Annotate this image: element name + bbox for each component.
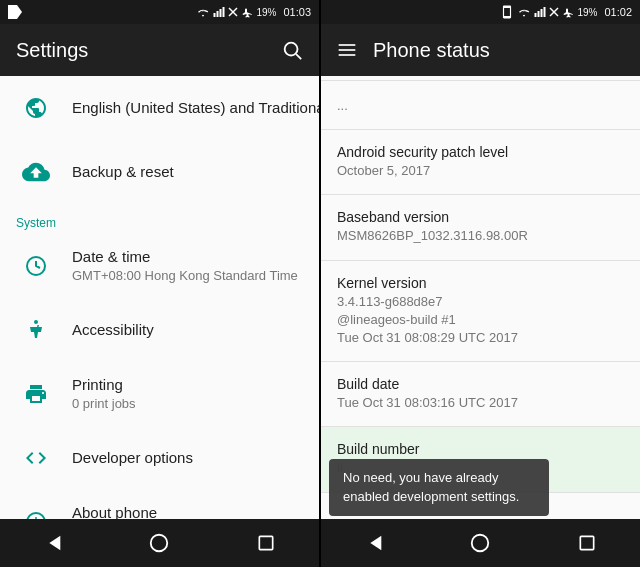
kernel-item: Kernel version 3.4.113-g688d8e7 @lineage… — [321, 261, 640, 363]
svg-point-10 — [34, 320, 38, 324]
developer-text: Developer options — [72, 448, 303, 468]
svg-rect-2 — [217, 11, 219, 17]
left-nav-bar — [0, 519, 319, 567]
info-icon — [24, 510, 48, 519]
about-title: About phone — [72, 503, 303, 519]
print-icon — [24, 382, 48, 406]
developer-title: Developer options — [72, 448, 303, 468]
system-section-header: System — [0, 204, 319, 234]
security-patch-item: Android security patch level October 5, … — [321, 130, 640, 195]
svg-rect-20 — [544, 7, 546, 17]
home-button[interactable] — [135, 519, 183, 567]
clock-icon-wrap — [16, 246, 56, 286]
baseband-value: MSM8626BP_1032.3116.98.00R — [337, 227, 624, 245]
security-patch-value: October 5, 2017 — [337, 162, 624, 180]
svg-rect-19 — [541, 9, 543, 17]
baseband-item: Baseband version MSM8626BP_1032.3116.98.… — [321, 195, 640, 260]
recents-button[interactable] — [242, 519, 290, 567]
right-home-button[interactable] — [456, 519, 504, 567]
accessibility-item[interactable]: Accessibility — [0, 298, 319, 362]
svg-line-8 — [296, 54, 301, 59]
hamburger-icon — [337, 40, 357, 60]
right-status-icons: 19% 01:02 — [500, 5, 632, 19]
partial-top-item: ... — [321, 80, 640, 130]
svg-rect-1 — [214, 13, 216, 17]
kernel-label: Kernel version — [337, 275, 624, 291]
svg-point-15 — [151, 535, 168, 552]
left-top-bar: Settings — [0, 24, 319, 76]
signal-icon — [213, 6, 225, 18]
svg-rect-4 — [223, 7, 225, 17]
airplane-icon-right — [562, 6, 574, 18]
datetime-item[interactable]: Date & time GMT+08:00 Hong Kong Standard… — [0, 234, 319, 298]
kernel-value: 3.4.113-g688d8e7 @lineageos-build #1 Tue… — [337, 293, 624, 348]
backup-icon — [22, 158, 50, 186]
printing-subtitle: 0 print jobs — [72, 396, 303, 413]
settings-title: Settings — [16, 39, 281, 62]
svg-rect-3 — [220, 9, 222, 17]
svg-marker-0 — [8, 5, 22, 19]
right-back-button[interactable] — [350, 519, 398, 567]
build-number-item[interactable]: Build number li... No need, you have alr… — [321, 427, 640, 492]
svg-rect-23 — [339, 44, 356, 46]
about-text: About phone Android 7.1.2 — [72, 503, 303, 519]
wifi-icon-right — [517, 6, 531, 18]
svg-rect-24 — [339, 49, 356, 51]
right-top-bar: Phone status — [321, 24, 640, 76]
phone-status-title: Phone status — [373, 39, 624, 62]
hamburger-button[interactable] — [337, 40, 357, 60]
language-item[interactable]: English (United States) and Traditional … — [0, 76, 319, 140]
svg-point-7 — [285, 43, 298, 56]
no-signal-icon — [228, 7, 238, 17]
developer-item[interactable]: Developer options — [0, 426, 319, 490]
right-time: 01:02 — [604, 6, 632, 18]
tooltip-box: No need, you have already enabled develo… — [329, 459, 549, 515]
notification-icon — [8, 5, 22, 19]
build-date-label: Build date — [337, 376, 624, 392]
right-status-bar: 19% 01:02 — [321, 0, 640, 24]
search-button[interactable] — [281, 39, 303, 61]
backup-icon-wrap — [16, 152, 56, 192]
backup-item[interactable]: Backup & reset — [0, 140, 319, 204]
baseband-label: Baseband version — [337, 209, 624, 225]
code-icon-wrap — [16, 438, 56, 478]
printing-text: Printing 0 print jobs — [72, 375, 303, 413]
svg-rect-28 — [580, 536, 593, 549]
backup-text: Backup & reset — [72, 162, 303, 182]
printing-item[interactable]: Printing 0 print jobs — [0, 362, 319, 426]
right-nav-bar — [321, 519, 640, 567]
wifi-icon — [196, 6, 210, 18]
about-item[interactable]: About phone Android 7.1.2 — [0, 490, 319, 519]
search-icon — [281, 39, 303, 61]
language-title: English (United States) and Traditional … — [72, 98, 319, 118]
language-icon — [24, 96, 48, 120]
right-battery: 19% — [577, 7, 597, 18]
sim-icon — [500, 5, 514, 19]
right-status-icons: 19% 01:03 — [196, 6, 311, 18]
accessibility-icon-wrap — [16, 310, 56, 350]
build-date-item: Build date Tue Oct 31 08:03:16 UTC 2017 — [321, 362, 640, 427]
back-button[interactable] — [29, 519, 77, 567]
left-time: 01:03 — [283, 6, 311, 18]
print-icon-wrap — [16, 374, 56, 414]
right-panel: 19% 01:02 Phone status ... Android secur… — [321, 0, 640, 567]
svg-rect-17 — [535, 13, 537, 17]
battery-percentage: 19% — [256, 7, 276, 18]
right-recents-button[interactable] — [563, 519, 611, 567]
svg-rect-16 — [259, 536, 272, 549]
code-icon — [24, 446, 48, 470]
backup-title: Backup & reset — [72, 162, 303, 182]
build-number-label: Build number — [337, 441, 624, 457]
left-panel: 19% 01:03 Settings English (United State… — [0, 0, 319, 567]
svg-marker-26 — [370, 536, 381, 551]
datetime-text: Date & time GMT+08:00 Hong Kong Standard… — [72, 247, 303, 285]
svg-marker-14 — [49, 536, 60, 551]
no-signal-icon-right — [549, 7, 559, 17]
build-date-value: Tue Oct 31 08:03:16 UTC 2017 — [337, 394, 624, 412]
datetime-subtitle: GMT+08:00 Hong Kong Standard Time — [72, 268, 303, 285]
airplane-icon — [241, 6, 253, 18]
language-text: English (United States) and Traditional … — [72, 98, 319, 118]
signal-icon-right — [534, 6, 546, 18]
phone-status-list: ... Android security patch level October… — [321, 76, 640, 519]
settings-list: English (United States) and Traditional … — [0, 76, 319, 519]
